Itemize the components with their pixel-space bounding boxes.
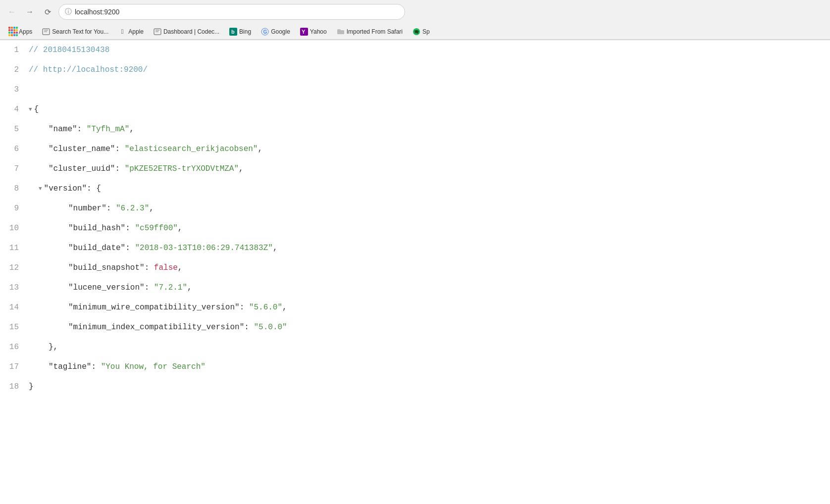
- code-line-5: 5 "name" : "Tyfh_mA" ,: [0, 119, 830, 139]
- code-line-16: 16 } ,: [0, 337, 830, 357]
- folder-icon: [337, 28, 345, 36]
- line-num-17: 17: [1, 357, 29, 377]
- info-icon: ⓘ: [65, 7, 72, 16]
- line-content-14: "minimum_wire_compatibility_version" : "…: [29, 298, 287, 317]
- code-view: 1 // 20180415130438 2 // http://localhos…: [0, 40, 830, 397]
- bookmark-apple[interactable]:  Apple: [114, 26, 148, 37]
- code-line-2: 2 // http://localhost:9200/: [0, 60, 830, 80]
- line-num-13: 13: [1, 278, 29, 298]
- line-num-7: 7: [1, 159, 29, 179]
- bing-icon: b: [229, 28, 237, 36]
- line-content-16: } ,: [29, 337, 58, 357]
- line-num-3: 3: [1, 80, 29, 100]
- line-num-18: 18: [1, 377, 29, 397]
- code-line-14: 14 "minimum_wire_compatibility_version" …: [0, 298, 830, 317]
- line-content-11: "build_date" : "2018-03-13T10:06:29.7413…: [29, 238, 277, 258]
- code-line-4: 4 ▼ {: [0, 100, 830, 119]
- line-content-5: "name" : "Tyfh_mA" ,: [29, 119, 134, 139]
- line-content-3: [29, 80, 34, 100]
- code-line-6: 6 "cluster_name" : "elasticsearch_erikja…: [0, 139, 830, 159]
- dashboard-icon: [154, 28, 161, 36]
- bookmark-google-label: Google: [271, 28, 290, 35]
- bookmark-yahoo-label: Yahoo: [310, 28, 327, 35]
- line-content-6: "cluster_name" : "elasticsearch_erikjaco…: [29, 139, 262, 159]
- line-num-8: 8: [1, 179, 29, 199]
- code-line-3: 3: [0, 80, 830, 100]
- line-content-10: "build_hash" : "c59ff00" ,: [29, 218, 182, 238]
- bookmark-apps[interactable]: Apps: [5, 26, 36, 37]
- line-num-16: 16: [1, 337, 29, 357]
- bookmark-bing[interactable]: b Bing: [225, 26, 255, 37]
- code-line-11: 11 "build_date" : "2018-03-13T10:06:29.7…: [0, 238, 830, 258]
- apple-icon: : [118, 28, 126, 36]
- bookmark-search-text-label: Search Text for You...: [52, 28, 108, 35]
- bookmark-apps-label: Apps: [19, 28, 32, 35]
- line-content-13: "lucene_version" : "7.2.1" ,: [29, 278, 192, 298]
- bookmark-safari-label: Imported From Safari: [347, 28, 403, 35]
- line-num-5: 5: [1, 119, 29, 139]
- bookmark-dashboard-label: Dashboard | Codec...: [163, 28, 219, 35]
- spotify-icon: [413, 28, 420, 36]
- bookmark-apple-label: Apple: [128, 28, 144, 35]
- line-num-4: 4: [1, 100, 29, 119]
- refresh-button[interactable]: ⟳: [41, 5, 54, 19]
- url-input[interactable]: [75, 8, 399, 16]
- line-num-12: 12: [1, 258, 29, 278]
- line-num-2: 2: [1, 60, 29, 80]
- code-line-10: 10 "build_hash" : "c59ff00" ,: [0, 218, 830, 238]
- code-line-13: 13 "lucene_version" : "7.2.1" ,: [0, 278, 830, 298]
- bookmark-yahoo[interactable]: Y Yahoo: [296, 26, 331, 37]
- bookmark-imported-safari[interactable]: Imported From Safari: [333, 26, 407, 37]
- line-num-1: 1: [1, 40, 29, 60]
- collapse-arrow-8[interactable]: ▼: [39, 179, 42, 199]
- line-content-15: "minimum_index_compatibility_version" : …: [29, 317, 287, 337]
- line-num-15: 15: [1, 317, 29, 337]
- bookmarks-bar: Apps Search Text for You...  Apple: [0, 24, 830, 40]
- collapse-arrow-4[interactable]: ▼: [29, 100, 32, 119]
- content-area: 1 // 20180415130438 2 // http://localhos…: [0, 40, 830, 504]
- line-content-4: ▼ {: [29, 100, 39, 119]
- bookmark-dashboard[interactable]: Dashboard | Codec...: [150, 26, 223, 37]
- forward-button[interactable]: →: [23, 5, 37, 19]
- code-line-12: 12 "build_snapshot" : false ,: [0, 258, 830, 278]
- line-num-14: 14: [1, 298, 29, 317]
- line-num-11: 11: [1, 238, 29, 258]
- code-line-15: 15 "minimum_index_compatibility_version"…: [0, 317, 830, 337]
- bookmark-bing-label: Bing: [239, 28, 251, 35]
- line-content-2: // http://localhost:9200/: [29, 60, 148, 80]
- line-content-17: "tagline" : "You Know, for Search": [29, 357, 206, 377]
- code-line-9: 9 "number" : "6.2.3" ,: [0, 199, 830, 218]
- line-content-1: // 20180415130438: [29, 40, 109, 60]
- yahoo-icon: Y: [300, 28, 308, 36]
- search-text-icon: [42, 28, 50, 36]
- bookmark-search-text[interactable]: Search Text for You...: [38, 26, 112, 37]
- apps-icon: [9, 28, 17, 36]
- code-line-7: 7 "cluster_uuid" : "pKZE52ETRS-trYXODVtM…: [0, 159, 830, 179]
- line-num-10: 10: [1, 218, 29, 238]
- code-line-1: 1 // 20180415130438: [0, 40, 830, 60]
- line-num-6: 6: [1, 139, 29, 159]
- back-button[interactable]: ←: [5, 5, 19, 19]
- line-content-18: }: [29, 377, 34, 397]
- code-line-8: 8 ▼ "version" : {: [0, 179, 830, 199]
- line-content-12: "build_snapshot" : false ,: [29, 258, 182, 278]
- bookmark-spotify[interactable]: Sp: [409, 26, 434, 37]
- svg-text:b: b: [231, 29, 235, 35]
- line-num-9: 9: [1, 199, 29, 218]
- svg-text:Y: Y: [302, 29, 306, 35]
- address-bar[interactable]: ⓘ: [58, 4, 405, 20]
- code-line-17: 17 "tagline" : "You Know, for Search": [0, 357, 830, 377]
- google-icon: G: [261, 28, 269, 36]
- line-content-9: "number" : "6.2.3" ,: [29, 199, 154, 218]
- line-content-7: "cluster_uuid" : "pKZE52ETRS-trYXODVtMZA…: [29, 159, 244, 179]
- line-content-8: ▼ "version" : {: [29, 179, 101, 199]
- svg-text:G: G: [263, 29, 267, 35]
- nav-bar: ← → ⟳ ⓘ: [0, 0, 830, 24]
- bookmark-google[interactable]: G Google: [257, 26, 294, 37]
- code-line-18: 18 }: [0, 377, 830, 397]
- browser-chrome: ← → ⟳ ⓘ: [0, 0, 830, 40]
- bookmark-spotify-label: Sp: [422, 28, 430, 35]
